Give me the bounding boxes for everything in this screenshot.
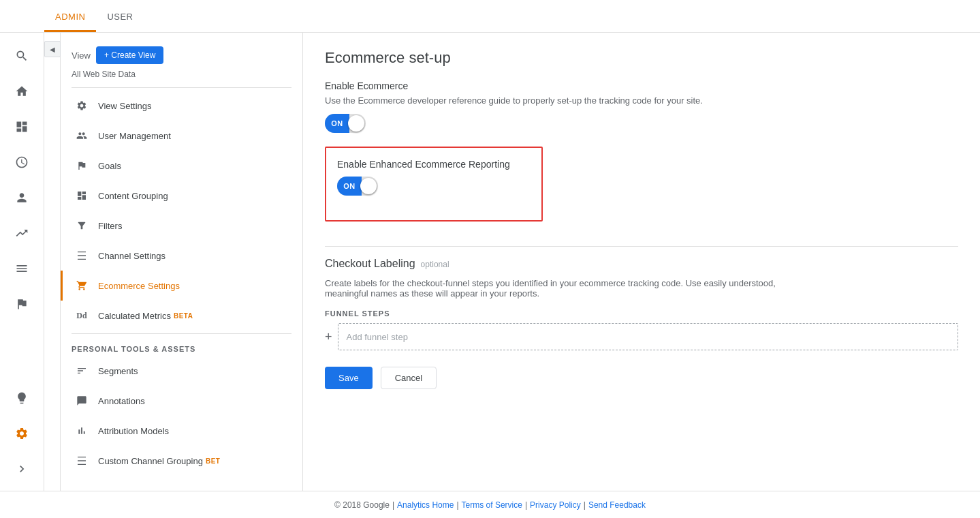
tab-user[interactable]: USER — [96, 3, 144, 32]
expand-icon[interactable] — [5, 453, 38, 485]
add-funnel-step-placeholder: Add funnel step — [347, 332, 408, 342]
page-title: Ecommerce set-up — [325, 49, 958, 67]
view-label: View — [72, 50, 91, 61]
sidebar-item-user-management[interactable]: User Management — [61, 121, 302, 151]
sidebar-item-view-settings-label: View Settings — [98, 101, 152, 111]
add-funnel-step-input[interactable]: Add funnel step — [338, 323, 958, 350]
channel-settings-icon — [74, 247, 90, 264]
content-area: Ecommerce set-up Enable Ecommerce Use th… — [303, 33, 980, 491]
sidebar-item-custom-channel-grouping[interactable]: Custom Channel Grouping BET — [61, 446, 302, 476]
enable-ecommerce-toggle[interactable]: ON — [325, 114, 366, 133]
sidebar-item-annotations[interactable]: Annotations — [61, 386, 302, 416]
cancel-button[interactable]: Cancel — [381, 367, 437, 389]
enhanced-toggle-on-part: ON — [337, 177, 362, 196]
acquisition-icon[interactable] — [5, 217, 38, 249]
person-icon[interactable] — [5, 181, 38, 214]
sidebar-item-annotations-label: Annotations — [98, 396, 145, 406]
sidebar-item-attribution-models[interactable]: Attribution Models — [61, 416, 302, 446]
footer-link-privacy-policy[interactable]: Privacy Policy — [530, 500, 581, 510]
sidebar-item-custom-channel-grouping-label: Custom Channel Grouping — [98, 456, 203, 466]
section-divider — [325, 246, 958, 247]
enhanced-toggle-knob — [360, 178, 377, 194]
icon-sidebar — [0, 33, 44, 491]
enhanced-ecommerce-toggle[interactable]: ON — [337, 177, 378, 196]
sidebar-item-channel-settings[interactable]: Channel Settings — [61, 241, 302, 271]
site-label: All Web Site Data — [61, 67, 302, 85]
sidebar-item-goals-label: Goals — [98, 161, 121, 171]
enable-ecommerce-toggle-container: ON — [325, 114, 958, 133]
calculated-metrics-icon: Dd — [74, 307, 90, 324]
attribution-models-icon — [74, 423, 90, 439]
search-icon[interactable] — [5, 40, 38, 72]
footer-link-send-feedback[interactable]: Send Feedback — [588, 500, 646, 510]
segments-icon — [74, 363, 90, 379]
tab-admin[interactable]: ADMIN — [44, 3, 96, 32]
custom-channel-grouping-bet-badge: BET — [206, 457, 221, 465]
enhanced-ecommerce-box: Enable Enhanced Ecommerce Reporting ON — [325, 147, 543, 222]
sidebar-item-content-grouping[interactable]: Content Grouping — [61, 181, 302, 211]
buttons-row: Save Cancel — [325, 367, 958, 389]
view-header: View + Create View — [61, 38, 302, 67]
toggle-knob — [348, 115, 364, 132]
checkout-labeling-optional: optional — [421, 260, 449, 269]
sidebar-item-segments-label: Segments — [98, 366, 138, 376]
view-settings-icon — [74, 97, 90, 114]
sidebar-item-goals[interactable]: Goals — [61, 151, 302, 181]
ecommerce-settings-icon — [74, 277, 90, 294]
filters-icon — [74, 217, 90, 234]
enable-ecommerce-label: Enable Ecommerce — [325, 80, 958, 91]
clock-icon[interactable] — [5, 146, 38, 179]
sidebar-item-channel-settings-label: Channel Settings — [98, 251, 165, 261]
annotations-icon — [74, 393, 90, 409]
top-bar: ADMIN USER — [0, 0, 980, 33]
collapse-arrow-icon[interactable]: ◀ — [44, 41, 61, 57]
sidebar-item-user-management-label: User Management — [98, 131, 171, 141]
sidebar-item-calculated-metrics[interactable]: Dd Calculated Metrics BETA — [61, 301, 302, 331]
sidebar-item-attribution-models-label: Attribution Models — [98, 426, 169, 436]
toggle-on-label: ON — [331, 119, 343, 127]
sidebar-item-filters-label: Filters — [98, 221, 122, 231]
behavior-icon[interactable] — [5, 252, 38, 285]
personal-tools-header: PERSONAL TOOLS & ASSETS — [61, 337, 302, 356]
goals-icon — [74, 157, 90, 174]
enhanced-ecommerce-label: Enable Enhanced Ecommerce Reporting — [337, 159, 531, 170]
home-icon[interactable] — [5, 75, 38, 108]
enhanced-toggle-on-label: ON — [343, 182, 355, 190]
settings-icon[interactable] — [5, 417, 38, 450]
flag-icon[interactable] — [5, 288, 38, 320]
create-view-button[interactable]: + Create View — [96, 46, 164, 64]
funnel-steps-label: FUNNEL STEPS — [325, 309, 958, 318]
toggle-on-part: ON — [325, 114, 349, 133]
custom-channel-grouping-icon — [74, 453, 90, 469]
collapse-button[interactable]: ◀ — [44, 33, 61, 491]
dashboard-icon[interactable] — [5, 110, 38, 143]
content-grouping-icon — [74, 187, 90, 204]
checkout-labeling-title: Checkout Labeling — [325, 258, 415, 270]
checkout-labeling-desc: Create labels for the checkout-funnel st… — [325, 278, 802, 299]
sidebar-item-calculated-metrics-label: Calculated Metrics — [98, 311, 171, 321]
sidebar-item-content-grouping-label: Content Grouping — [98, 191, 168, 201]
footer-link-terms-of-service[interactable]: Terms of Service — [462, 500, 522, 510]
footer-link-analytics-home[interactable]: Analytics Home — [397, 500, 454, 510]
enhanced-toggle-container: ON — [337, 177, 531, 196]
enable-ecommerce-desc: Use the Ecommerce developer reference gu… — [325, 95, 802, 106]
save-button[interactable]: Save — [325, 367, 373, 389]
divider-2 — [72, 333, 291, 334]
nav-list: View + Create View All Web Site Data Vie… — [61, 33, 302, 491]
footer: © 2018 Google | Analytics Home | Terms o… — [0, 491, 980, 518]
lightbulb-icon[interactable] — [5, 382, 38, 414]
sidebar-item-segments[interactable]: Segments — [61, 356, 302, 386]
footer-copyright: © 2018 Google — [334, 500, 390, 510]
sidebar-item-ecommerce-settings[interactable]: Ecommerce Settings — [61, 271, 302, 301]
funnel-plus-icon: + — [325, 330, 332, 344]
sidebar-item-ecommerce-settings-label: Ecommerce Settings — [98, 281, 180, 291]
funnel-step-row: + Add funnel step — [325, 323, 958, 350]
divider-1 — [72, 87, 291, 88]
sidebar-item-filters[interactable]: Filters — [61, 211, 302, 241]
calculated-metrics-beta-badge: BETA — [174, 312, 193, 320]
sidebar-item-view-settings[interactable]: View Settings — [61, 91, 302, 121]
nav-sidebar: ◀ View + Create View All Web Site Data V… — [44, 33, 303, 491]
user-management-icon — [74, 127, 90, 144]
